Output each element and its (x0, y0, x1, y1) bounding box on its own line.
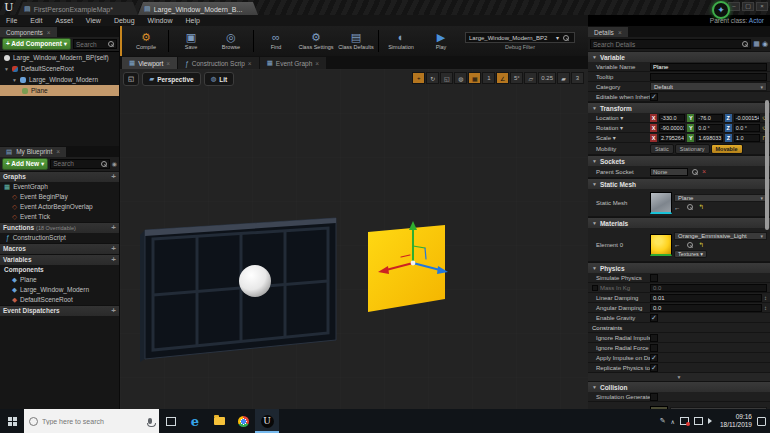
tab-event-graph[interactable]: ▦ Event Graph × (260, 57, 326, 69)
variables-section-header[interactable]: Variables + (0, 254, 119, 265)
scale-snap-toggle[interactable]: ▱ (524, 72, 537, 84)
location-y-field[interactable]: -76.0 (696, 114, 722, 122)
browse-button[interactable]: ◎ Browse (211, 27, 251, 55)
view-options-eye-icon[interactable]: ◉ (112, 160, 117, 167)
materials-section-header[interactable]: ▼Materials (588, 217, 770, 228)
static-mesh-thumbnail[interactable] (650, 192, 672, 214)
parent-socket-field[interactable]: None (650, 168, 688, 176)
mobility-stationary-button[interactable]: Stationary (675, 144, 710, 154)
clear-socket-icon[interactable]: × (702, 168, 706, 175)
variable-sceneroot-item[interactable]: ◆ DefaultSceneRoot (0, 295, 119, 305)
variable-section-header[interactable]: ▼Variable (588, 51, 770, 62)
tray-app-icon[interactable] (680, 417, 689, 425)
scale-tool-button[interactable]: ◱ (440, 72, 453, 84)
rotation-label[interactable]: Rotation ▾ (588, 124, 650, 131)
close-icon[interactable]: × (315, 60, 319, 67)
action-center-icon[interactable] (757, 417, 766, 426)
taskbar-search[interactable] (24, 409, 159, 433)
add-function-icon[interactable]: + (111, 223, 116, 232)
tooltip-field[interactable] (650, 73, 767, 81)
sim-generates-hit-checkbox[interactable] (650, 393, 658, 401)
eventgraph-item[interactable]: ▦ EventGraph (0, 182, 119, 192)
perspective-button[interactable]: ▰ Perspective (142, 72, 201, 86)
hidden-icons-chevron[interactable]: ∧ (671, 418, 675, 425)
tab-blueprint[interactable]: ▤ Large_Window_Modern_B... (138, 2, 258, 15)
details-scrollbar[interactable] (765, 100, 769, 230)
expander-icon[interactable]: ▼ (12, 77, 17, 83)
static-mesh-dropdown[interactable]: Plane ▾ (674, 194, 767, 202)
start-button[interactable] (0, 409, 24, 433)
tree-row-plane[interactable]: Plane (0, 85, 119, 96)
reset-to-default-icon[interactable]: ↰ (699, 203, 704, 211)
save-button[interactable]: ▣ Save (171, 27, 211, 55)
close-button[interactable]: × (756, 2, 768, 11)
compile-button[interactable]: ⚙ Compile (126, 27, 166, 55)
simulation-button[interactable]: ◐ Simulation (381, 27, 421, 55)
viewport-minimize-button[interactable]: ◱ (123, 72, 139, 86)
location-label[interactable]: Location ▾ (588, 114, 650, 121)
display-icon[interactable] (694, 417, 703, 425)
replicate-physics-checkbox[interactable] (650, 364, 658, 372)
construction-script-item[interactable]: ƒ ConstructionScript (0, 233, 119, 243)
play-button[interactable]: ▶ Play (421, 27, 461, 55)
rotation-y-field[interactable]: 0.0 ° (696, 124, 722, 132)
menu-file[interactable]: File (6, 17, 17, 24)
mass-override-checkbox[interactable] (592, 285, 598, 291)
material-dropdown[interactable]: Orange_Emmissive_Light ▾ (674, 232, 767, 240)
graphs-section-header[interactable]: Graphs + (0, 171, 119, 182)
menu-view[interactable]: View (86, 17, 101, 24)
tab-firstperson-map[interactable]: ▤ FirstPersonExampleMap* (18, 2, 138, 15)
variable-plane-item[interactable]: ◆ Plane (0, 275, 119, 285)
file-explorer-taskbar-button[interactable] (207, 409, 231, 433)
my-blueprint-search-input[interactable] (51, 160, 99, 167)
spin-icon[interactable]: ↕ (764, 295, 767, 301)
event-overlap-item[interactable]: ◇ Event ActorBeginOverlap (0, 202, 119, 212)
menu-debug[interactable]: Debug (114, 17, 135, 24)
3d-viewport[interactable]: ◱ ▰ Perspective ◍ Lit + ↻ ◱ ◍ ▦ 1 ∠ 5° ▱… (120, 69, 588, 409)
material-thumbnail[interactable] (650, 234, 672, 256)
browse-to-asset-icon[interactable] (687, 242, 693, 248)
components-group-label[interactable]: Components (0, 265, 119, 275)
ignore-radial-impulse-checkbox[interactable] (650, 334, 658, 342)
close-icon[interactable]: × (618, 29, 622, 36)
tree-row-scene-root[interactable]: ▼ DefaultSceneRoot (0, 63, 119, 74)
mobility-static-button[interactable]: Static (650, 144, 674, 154)
editable-checkbox[interactable] (650, 93, 658, 101)
scale-snap-value[interactable]: 0.25 (538, 72, 556, 84)
browse-to-asset-icon[interactable] (687, 204, 693, 210)
add-component-button[interactable]: + Add Component ▾ (2, 38, 71, 50)
scale-z-field[interactable]: 1.0 (734, 134, 760, 142)
debug-filter-dropdown[interactable]: Large_Window_Modern_BP2 ▾ (465, 32, 575, 43)
maximize-button[interactable]: ▢ (742, 2, 754, 11)
pen-icon[interactable]: ✎ (660, 417, 666, 425)
tree-row-window-mesh[interactable]: ▼ Large_Window_Modern (0, 74, 119, 85)
menu-window[interactable]: Window (148, 17, 173, 24)
close-icon[interactable]: × (166, 60, 170, 67)
location-x-field[interactable]: -330.0 (659, 114, 685, 122)
lit-button[interactable]: ◍ Lit (204, 72, 235, 86)
sockets-section-header[interactable]: ▼Sockets (588, 155, 770, 166)
scale-label[interactable]: Scale ▾ (588, 134, 650, 141)
property-matrix-icon[interactable]: ▦ (753, 40, 760, 48)
add-variable-icon[interactable]: + (111, 255, 116, 264)
tab-construction-script[interactable]: ƒ Construction Scrip × (178, 57, 259, 69)
event-tick-item[interactable]: ◇ Event Tick (0, 212, 119, 222)
camera-speed-icon[interactable]: ▰ (557, 72, 570, 84)
add-graph-icon[interactable]: + (111, 172, 116, 181)
class-settings-button[interactable]: ⚙ Class Settings (296, 27, 336, 55)
details-panel-tab[interactable]: Details × (588, 27, 628, 37)
expander-icon[interactable]: ▼ (4, 66, 9, 72)
tab-viewport[interactable]: ▦ Viewport × (122, 57, 177, 69)
close-icon[interactable]: × (56, 148, 60, 155)
add-dispatcher-icon[interactable]: + (111, 306, 116, 315)
spin-icon[interactable]: ↕ (764, 305, 767, 311)
grid-snap-toggle[interactable]: ▦ (468, 72, 481, 84)
use-selected-icon[interactable]: ← (674, 204, 681, 211)
add-macro-icon[interactable]: + (111, 244, 116, 253)
event-beginplay-item[interactable]: ◇ Event BeginPlay (0, 192, 119, 202)
physics-advanced-expander[interactable]: ▼ (588, 373, 770, 381)
taskbar-search-input[interactable] (42, 418, 144, 425)
rotation-x-field[interactable]: -90.000012 ° (659, 124, 685, 132)
simulate-physics-checkbox[interactable] (650, 274, 658, 282)
scale-y-field[interactable]: 1.698033 (696, 134, 722, 142)
